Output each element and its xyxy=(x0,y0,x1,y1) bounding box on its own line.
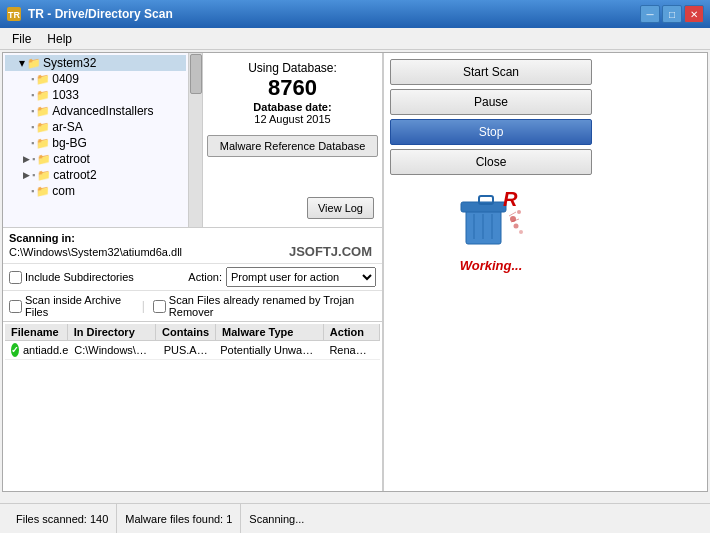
svg-point-12 xyxy=(519,230,523,234)
window-title: TR - Drive/Directory Scan xyxy=(28,7,640,21)
col-header-action: Action xyxy=(324,324,380,340)
action-select[interactable]: Prompt user for action xyxy=(226,267,376,287)
db-date-label: Database date: xyxy=(248,101,337,113)
scan-archives-checkbox[interactable] xyxy=(9,300,22,313)
app-icon: TR xyxy=(6,6,22,22)
include-subdirectories-checkbox[interactable] xyxy=(9,271,22,284)
scan-archives-label: Scan inside Archive Files xyxy=(25,294,134,318)
tree-item[interactable]: ▪ 📁 com xyxy=(5,183,186,199)
results-table: Filename In Directory Contains Malware T… xyxy=(5,324,380,489)
start-scan-button[interactable]: Start Scan xyxy=(390,59,592,85)
tree-item[interactable]: ▶ ▪ 📁 catroot xyxy=(5,151,186,167)
minimize-button[interactable]: ─ xyxy=(640,5,660,23)
table-header: Filename In Directory Contains Malware T… xyxy=(5,324,380,341)
tree-item[interactable]: ▪ 📁 bg-BG xyxy=(5,135,186,151)
menu-bar: File Help xyxy=(0,28,710,50)
malware-found-status: Malware files found: 1 xyxy=(117,504,241,533)
pause-button[interactable]: Pause xyxy=(390,89,592,115)
col-header-malware-type: Malware Type xyxy=(216,324,324,340)
col-header-filename: Filename xyxy=(5,324,68,340)
malware-db-button[interactable]: Malware Reference Database xyxy=(207,135,378,157)
db-count: 8760 xyxy=(248,75,337,101)
window-controls: ─ □ ✕ xyxy=(640,5,704,23)
cell-contains: PUS.AntiAdd xyxy=(158,342,215,358)
working-container: R Working... xyxy=(390,184,592,273)
db-date: 12 August 2015 xyxy=(248,113,337,125)
col-header-directory: In Directory xyxy=(68,324,156,340)
menu-file[interactable]: File xyxy=(4,30,39,48)
cell-malware-type: Potentially Unwanted Software xyxy=(214,342,323,358)
close-window-button[interactable]: ✕ xyxy=(684,5,704,23)
scanning-in-label: Scanning in: xyxy=(9,232,75,244)
svg-point-11 xyxy=(514,224,519,229)
action-buttons: Start Scan Pause Stop Close xyxy=(390,59,592,175)
close-button[interactable]: Close xyxy=(390,149,592,175)
title-bar: TR TR - Drive/Directory Scan ─ □ ✕ xyxy=(0,0,710,28)
svg-text:TR: TR xyxy=(8,10,20,20)
scanning-info: Scanning in: C:\Windows\System32\atiumd6… xyxy=(3,228,382,264)
cell-filename: ✓ antiadd.exe xyxy=(5,341,68,359)
action-label: Action: xyxy=(188,271,222,283)
files-scanned-status: Files scanned: 140 xyxy=(8,504,117,533)
tree-item[interactable]: ▪ 📁 ar-SA xyxy=(5,119,186,135)
tree-view[interactable]: ▾ 📁 System32 ▪ 📁 0409 ▪ xyxy=(3,53,203,227)
tree-item[interactable]: ▪ 📁 AdvancedInstallers xyxy=(5,103,186,119)
scanning-path: C:\Windows\System32\atiumd6a.dll xyxy=(9,246,182,258)
status-bar: Files scanned: 140 Malware files found: … xyxy=(0,503,710,533)
tree-item[interactable]: ▪ 📁 1033 xyxy=(5,87,186,103)
scanning-status: Scanning... xyxy=(241,504,312,533)
svg-point-10 xyxy=(517,210,521,214)
left-panel: ▾ 📁 System32 ▪ 📁 0409 ▪ xyxy=(3,53,383,491)
status-check-icon: ✓ xyxy=(11,343,19,357)
cell-action: Renamed xyxy=(323,342,380,358)
tree-scrollbar[interactable] xyxy=(188,53,202,227)
stop-button[interactable]: Stop xyxy=(390,119,592,145)
include-subdirs-label: Include Subdirectories xyxy=(25,271,134,283)
tree-item[interactable]: ▾ 📁 System32 xyxy=(5,55,186,71)
menu-help[interactable]: Help xyxy=(39,30,80,48)
scan-renamed-checkbox[interactable] xyxy=(153,300,166,313)
options-row-1: Include Subdirectories Action: Prompt us… xyxy=(3,264,382,291)
cell-directory: C:\Windows\System32\ xyxy=(68,342,157,358)
svg-text:R: R xyxy=(503,188,518,210)
options-row-2: Scan inside Archive Files | Scan Files a… xyxy=(3,291,382,322)
working-text: Working... xyxy=(460,258,523,273)
svg-line-13 xyxy=(509,212,516,216)
view-log-button[interactable]: View Log xyxy=(307,197,374,219)
db-info-section: Using Database: 8760 Database date: 12 A… xyxy=(203,53,382,227)
maximize-button[interactable]: □ xyxy=(662,5,682,23)
col-header-contains: Contains xyxy=(156,324,216,340)
scan-renamed-label: Scan Files already renamed by Trojan Rem… xyxy=(169,294,376,318)
using-db-label: Using Database: xyxy=(248,61,337,75)
tree-item[interactable]: ▪ 📁 0409 xyxy=(5,71,186,87)
working-animation: R xyxy=(451,184,531,254)
table-row: ✓ antiadd.exe C:\Windows\System32\ PUS.A… xyxy=(5,341,380,360)
tree-item[interactable]: ▶ ▪ 📁 catroot2 xyxy=(5,167,186,183)
right-panel: Start Scan Pause Stop Close xyxy=(383,53,598,491)
jsoftj-label: JSOFTJ.COM xyxy=(289,244,372,259)
